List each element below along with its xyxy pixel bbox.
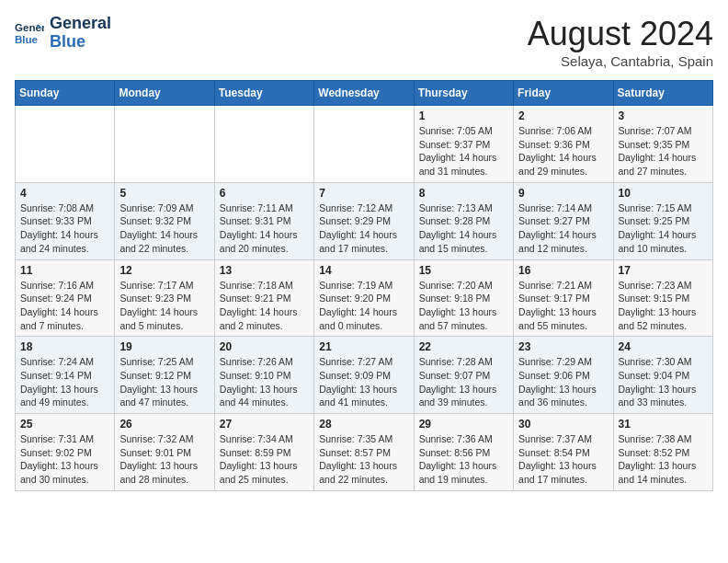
calendar-cell: 5Sunrise: 7:09 AMSunset: 9:32 PMDaylight… bbox=[115, 182, 214, 259]
day-number: 14 bbox=[319, 264, 408, 277]
location: Selaya, Cantabria, Spain bbox=[528, 53, 713, 69]
day-info: Sunrise: 7:26 AMSunset: 9:10 PMDaylight:… bbox=[220, 355, 309, 409]
day-number: 16 bbox=[518, 264, 608, 277]
logo: General Blue General Blue bbox=[15, 15, 111, 52]
day-info: Sunrise: 7:31 AMSunset: 9:02 PMDaylight:… bbox=[20, 432, 109, 487]
calendar-cell: 13Sunrise: 7:18 AMSunset: 9:21 PMDayligh… bbox=[214, 259, 313, 337]
day-info: Sunrise: 7:13 AMSunset: 9:28 PMDaylight:… bbox=[419, 201, 508, 256]
calendar-cell: 4Sunrise: 7:08 AMSunset: 9:33 PMDaylight… bbox=[16, 182, 115, 259]
day-info: Sunrise: 7:23 AMSunset: 9:15 PMDaylight:… bbox=[619, 279, 708, 333]
weekday-header-tuesday: Tuesday bbox=[214, 81, 313, 106]
svg-text:Blue: Blue bbox=[15, 33, 39, 44]
day-info: Sunrise: 7:17 AMSunset: 9:23 PMDaylight:… bbox=[119, 279, 209, 333]
calendar-cell: 20Sunrise: 7:26 AMSunset: 9:10 PMDayligh… bbox=[214, 337, 313, 414]
day-info: Sunrise: 7:15 AMSunset: 9:25 PMDaylight:… bbox=[619, 201, 708, 256]
calendar-cell: 25Sunrise: 7:31 AMSunset: 9:02 PMDayligh… bbox=[16, 414, 115, 491]
calendar-cell: 9Sunrise: 7:14 AMSunset: 9:27 PMDaylight… bbox=[514, 182, 613, 259]
day-number: 26 bbox=[119, 418, 209, 431]
day-info: Sunrise: 7:38 AMSunset: 8:52 PMDaylight:… bbox=[619, 432, 708, 487]
calendar-body: 1Sunrise: 7:05 AMSunset: 9:37 PMDaylight… bbox=[16, 106, 713, 491]
calendar-week-row: 25Sunrise: 7:31 AMSunset: 9:02 PMDayligh… bbox=[16, 414, 713, 491]
day-info: Sunrise: 7:34 AMSunset: 8:59 PMDaylight:… bbox=[220, 432, 309, 487]
calendar-cell: 26Sunrise: 7:32 AMSunset: 9:01 PMDayligh… bbox=[115, 414, 214, 491]
calendar-cell: 15Sunrise: 7:20 AMSunset: 9:18 PMDayligh… bbox=[414, 259, 513, 337]
calendar-cell: 17Sunrise: 7:23 AMSunset: 9:15 PMDayligh… bbox=[613, 259, 712, 337]
calendar-cell: 11Sunrise: 7:16 AMSunset: 9:24 PMDayligh… bbox=[16, 259, 115, 337]
weekday-header-thursday: Thursday bbox=[414, 81, 513, 106]
month-title: August 2024 bbox=[528, 15, 713, 53]
calendar-cell: 19Sunrise: 7:25 AMSunset: 9:12 PMDayligh… bbox=[115, 337, 214, 414]
page-header: General Blue General Blue August 2024 Se… bbox=[15, 15, 713, 69]
day-number: 1 bbox=[419, 109, 508, 122]
calendar-cell: 30Sunrise: 7:37 AMSunset: 8:54 PMDayligh… bbox=[514, 414, 613, 491]
calendar-cell: 27Sunrise: 7:34 AMSunset: 8:59 PMDayligh… bbox=[214, 414, 313, 491]
day-info: Sunrise: 7:11 AMSunset: 9:31 PMDaylight:… bbox=[220, 201, 309, 256]
weekday-header-sunday: Sunday bbox=[16, 81, 115, 106]
calendar-cell bbox=[214, 106, 313, 183]
day-number: 6 bbox=[220, 187, 309, 200]
calendar-cell bbox=[115, 106, 214, 183]
day-info: Sunrise: 7:37 AMSunset: 8:54 PMDaylight:… bbox=[518, 432, 608, 487]
day-info: Sunrise: 7:21 AMSunset: 9:17 PMDaylight:… bbox=[518, 279, 608, 333]
title-block: August 2024 Selaya, Cantabria, Spain bbox=[528, 15, 713, 69]
calendar-cell: 24Sunrise: 7:30 AMSunset: 9:04 PMDayligh… bbox=[613, 337, 712, 414]
calendar-week-row: 11Sunrise: 7:16 AMSunset: 9:24 PMDayligh… bbox=[16, 259, 713, 337]
calendar-table: SundayMondayTuesdayWednesdayThursdayFrid… bbox=[15, 80, 713, 491]
day-number: 9 bbox=[518, 187, 608, 200]
day-info: Sunrise: 7:30 AMSunset: 9:04 PMDaylight:… bbox=[619, 355, 708, 409]
calendar-cell: 21Sunrise: 7:27 AMSunset: 9:09 PMDayligh… bbox=[314, 337, 414, 414]
calendar-cell: 16Sunrise: 7:21 AMSunset: 9:17 PMDayligh… bbox=[514, 259, 613, 337]
calendar-cell: 3Sunrise: 7:07 AMSunset: 9:35 PMDaylight… bbox=[613, 106, 712, 183]
logo-text-blue: Blue bbox=[50, 33, 111, 52]
day-number: 18 bbox=[20, 340, 109, 353]
day-info: Sunrise: 7:16 AMSunset: 9:24 PMDaylight:… bbox=[20, 279, 109, 333]
calendar-header: SundayMondayTuesdayWednesdayThursdayFrid… bbox=[16, 81, 713, 106]
day-info: Sunrise: 7:32 AMSunset: 9:01 PMDaylight:… bbox=[119, 432, 209, 487]
day-number: 12 bbox=[119, 264, 209, 277]
calendar-cell: 2Sunrise: 7:06 AMSunset: 9:36 PMDaylight… bbox=[514, 106, 613, 183]
calendar-cell: 31Sunrise: 7:38 AMSunset: 8:52 PMDayligh… bbox=[613, 414, 712, 491]
calendar-cell: 10Sunrise: 7:15 AMSunset: 9:25 PMDayligh… bbox=[613, 182, 712, 259]
weekday-header-wednesday: Wednesday bbox=[314, 81, 414, 106]
day-info: Sunrise: 7:12 AMSunset: 9:29 PMDaylight:… bbox=[319, 201, 408, 256]
calendar-cell bbox=[16, 106, 115, 183]
day-info: Sunrise: 7:25 AMSunset: 9:12 PMDaylight:… bbox=[119, 355, 209, 409]
calendar-cell: 23Sunrise: 7:29 AMSunset: 9:06 PMDayligh… bbox=[514, 337, 613, 414]
day-info: Sunrise: 7:07 AMSunset: 9:35 PMDaylight:… bbox=[619, 124, 708, 178]
day-info: Sunrise: 7:06 AMSunset: 9:36 PMDaylight:… bbox=[518, 124, 608, 178]
calendar-cell: 1Sunrise: 7:05 AMSunset: 9:37 PMDaylight… bbox=[414, 106, 513, 183]
day-number: 13 bbox=[220, 264, 309, 277]
day-info: Sunrise: 7:28 AMSunset: 9:07 PMDaylight:… bbox=[419, 355, 508, 409]
logo-icon: General Blue bbox=[15, 18, 44, 48]
calendar-week-row: 4Sunrise: 7:08 AMSunset: 9:33 PMDaylight… bbox=[16, 182, 713, 259]
day-info: Sunrise: 7:36 AMSunset: 8:56 PMDaylight:… bbox=[419, 432, 508, 487]
day-info: Sunrise: 7:35 AMSunset: 8:57 PMDaylight:… bbox=[319, 432, 408, 487]
day-number: 24 bbox=[619, 340, 708, 353]
day-number: 27 bbox=[220, 418, 309, 431]
day-info: Sunrise: 7:20 AMSunset: 9:18 PMDaylight:… bbox=[419, 279, 508, 333]
day-number: 29 bbox=[419, 418, 508, 431]
day-info: Sunrise: 7:24 AMSunset: 9:14 PMDaylight:… bbox=[20, 355, 109, 409]
calendar-cell: 14Sunrise: 7:19 AMSunset: 9:20 PMDayligh… bbox=[314, 259, 414, 337]
calendar-cell: 29Sunrise: 7:36 AMSunset: 8:56 PMDayligh… bbox=[414, 414, 513, 491]
calendar-week-row: 18Sunrise: 7:24 AMSunset: 9:14 PMDayligh… bbox=[16, 337, 713, 414]
day-number: 17 bbox=[619, 264, 708, 277]
day-number: 15 bbox=[419, 264, 508, 277]
day-info: Sunrise: 7:27 AMSunset: 9:09 PMDaylight:… bbox=[319, 355, 408, 409]
day-number: 10 bbox=[619, 187, 708, 200]
logo-text-general: General bbox=[50, 15, 111, 33]
calendar-week-row: 1Sunrise: 7:05 AMSunset: 9:37 PMDaylight… bbox=[16, 106, 713, 183]
calendar-cell bbox=[314, 106, 414, 183]
day-number: 19 bbox=[119, 340, 209, 353]
day-number: 5 bbox=[119, 187, 209, 200]
weekday-header-saturday: Saturday bbox=[613, 81, 712, 106]
calendar-cell: 12Sunrise: 7:17 AMSunset: 9:23 PMDayligh… bbox=[115, 259, 214, 337]
day-info: Sunrise: 7:05 AMSunset: 9:37 PMDaylight:… bbox=[419, 124, 508, 178]
day-number: 28 bbox=[319, 418, 408, 431]
day-number: 20 bbox=[220, 340, 309, 353]
day-number: 8 bbox=[419, 187, 508, 200]
day-info: Sunrise: 7:14 AMSunset: 9:27 PMDaylight:… bbox=[518, 201, 608, 256]
calendar-cell: 8Sunrise: 7:13 AMSunset: 9:28 PMDaylight… bbox=[414, 182, 513, 259]
calendar-cell: 22Sunrise: 7:28 AMSunset: 9:07 PMDayligh… bbox=[414, 337, 513, 414]
weekday-header-monday: Monday bbox=[115, 81, 214, 106]
